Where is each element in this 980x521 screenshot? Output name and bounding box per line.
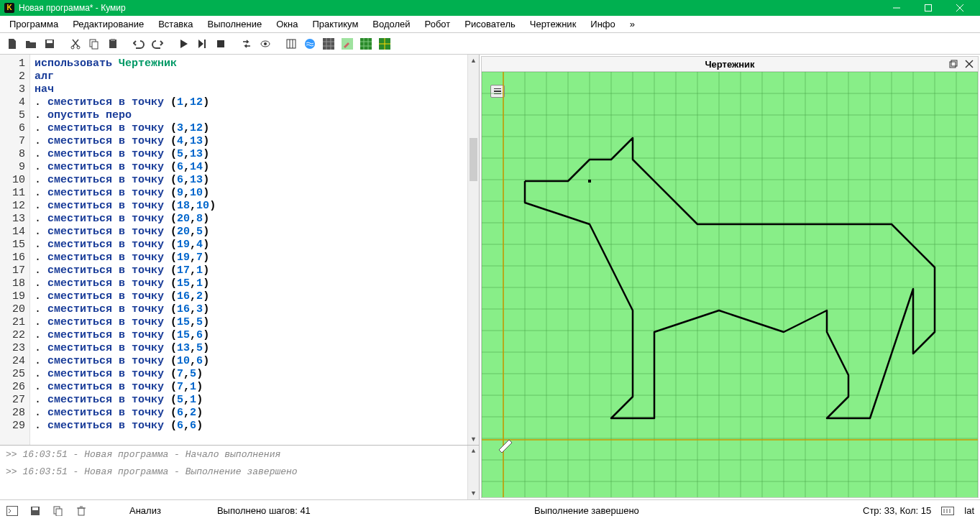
tool-target-button[interactable]: [377, 36, 393, 52]
paste-button[interactable]: [105, 36, 121, 52]
status-state: Выполнение завершено: [534, 505, 639, 516]
svg-rect-22: [360, 38, 372, 50]
tool-painter-icon[interactable]: [339, 36, 355, 52]
svg-rect-27: [951, 60, 957, 66]
svg-point-19: [305, 39, 315, 49]
svg-rect-78: [7, 506, 18, 515]
tool-grid-dark-button[interactable]: [321, 36, 336, 52]
cut-button[interactable]: [68, 36, 83, 52]
status-copy-icon[interactable]: [52, 504, 65, 517]
status-terminal-icon[interactable]: [6, 504, 19, 517]
svg-rect-77: [588, 180, 591, 183]
svg-rect-16: [287, 40, 296, 48]
scroll-up-icon[interactable]: ▲: [468, 55, 479, 66]
title-bar: K Новая программа* - Кумир: [0, 0, 980, 16]
line-number-gutter: 1234567891011121314151617181920212223242…: [0, 55, 30, 445]
canvas-svg: [482, 72, 978, 498]
stop-button[interactable]: [213, 36, 229, 52]
undo-button[interactable]: [131, 36, 147, 52]
menu-windows[interactable]: Окна: [270, 17, 304, 31]
drawing-canvas[interactable]: [481, 72, 979, 498]
panel-title: Чертежник: [705, 59, 754, 70]
code-editor[interactable]: 1234567891011121314151617181920212223242…: [0, 55, 479, 446]
menu-info[interactable]: Инфо: [584, 17, 621, 31]
menu-insert[interactable]: Вставка: [152, 17, 199, 31]
tool-vodoley-icon[interactable]: [302, 36, 318, 52]
svg-rect-83: [78, 508, 84, 515]
panel-close-icon[interactable]: [963, 58, 975, 70]
console-line: >> 16:03:51 - Новая программа - Начало в…: [6, 448, 473, 461]
copy-button[interactable]: [86, 36, 102, 52]
open-file-button[interactable]: [23, 36, 39, 52]
status-lang: lat: [964, 505, 974, 516]
code-area[interactable]: использовать Чертежникалгнач. сместиться…: [30, 55, 479, 445]
draughtsman-panel-header: Чертежник: [481, 56, 979, 72]
menu-program[interactable]: Программа: [3, 17, 65, 31]
svg-rect-13: [217, 40, 224, 47]
minimize-button[interactable]: [881, 0, 912, 16]
scroll-down-icon[interactable]: ▼: [468, 433, 479, 445]
svg-rect-1: [925, 5, 932, 11]
svg-rect-11: [111, 39, 115, 41]
status-bar: Анализ Выполнено шагов: 41 Выполнение за…: [0, 499, 980, 521]
menu-bar: Программа Редактирование Вставка Выполне…: [0, 16, 980, 33]
menu-edit[interactable]: Редактирование: [66, 17, 150, 31]
menu-painter[interactable]: Рисователь: [458, 17, 521, 31]
svg-rect-9: [92, 42, 98, 49]
scroll-thumb[interactable]: [470, 138, 477, 181]
menu-run[interactable]: Выполнение: [201, 17, 268, 31]
menu-draughtsman[interactable]: Чертежник: [523, 17, 583, 31]
editor-scrollbar[interactable]: ▲ ▼: [467, 55, 479, 445]
window-title: Новая программа* - Кумир: [19, 3, 881, 13]
maximize-button[interactable]: [912, 0, 944, 16]
status-save-icon[interactable]: [29, 504, 42, 517]
menu-practicum[interactable]: Практикум: [306, 17, 365, 31]
svg-point-15: [264, 42, 267, 45]
menu-robot[interactable]: Робот: [418, 17, 457, 31]
svg-rect-86: [942, 507, 954, 515]
tool-grid-green-button[interactable]: [358, 36, 374, 52]
svg-rect-82: [56, 509, 62, 516]
svg-rect-12: [204, 40, 206, 48]
status-steps: Выполнено шагов: 41: [217, 505, 311, 516]
step-button[interactable]: [194, 36, 210, 52]
status-keyboard-icon[interactable]: [941, 504, 954, 517]
toolbar: [0, 33, 980, 55]
status-trash-icon[interactable]: [75, 504, 88, 517]
svg-rect-26: [950, 62, 956, 68]
redo-button[interactable]: [150, 36, 165, 52]
scroll-down-icon[interactable]: ▼: [468, 488, 479, 499]
new-file-button[interactable]: [4, 36, 20, 52]
panel-restore-icon[interactable]: [948, 58, 959, 70]
save-file-button[interactable]: [42, 36, 58, 52]
svg-rect-80: [32, 507, 38, 510]
output-console: >> 16:03:51 - Новая программа - Начало в…: [0, 446, 479, 499]
menu-vodoley[interactable]: Водолей: [366, 17, 416, 31]
tool-swap-button[interactable]: [239, 36, 255, 52]
close-button[interactable]: [944, 0, 976, 16]
app-logo-icon: K: [4, 3, 14, 13]
svg-rect-20: [323, 38, 334, 50]
svg-rect-5: [47, 40, 52, 43]
scroll-up-icon[interactable]: ▲: [468, 446, 479, 457]
status-analysis: Анализ: [129, 505, 161, 516]
tool-eye-button[interactable]: [257, 36, 273, 52]
console-scrollbar[interactable]: ▲ ▼: [467, 446, 479, 499]
status-cursor: Стр: 33, Кол: 15: [863, 505, 931, 516]
run-button[interactable]: [175, 36, 191, 52]
console-line: >> 16:03:51 - Новая программа - Выполнен…: [6, 466, 473, 479]
tool-columns-button[interactable]: [283, 36, 299, 52]
menu-more[interactable]: »: [623, 17, 641, 31]
